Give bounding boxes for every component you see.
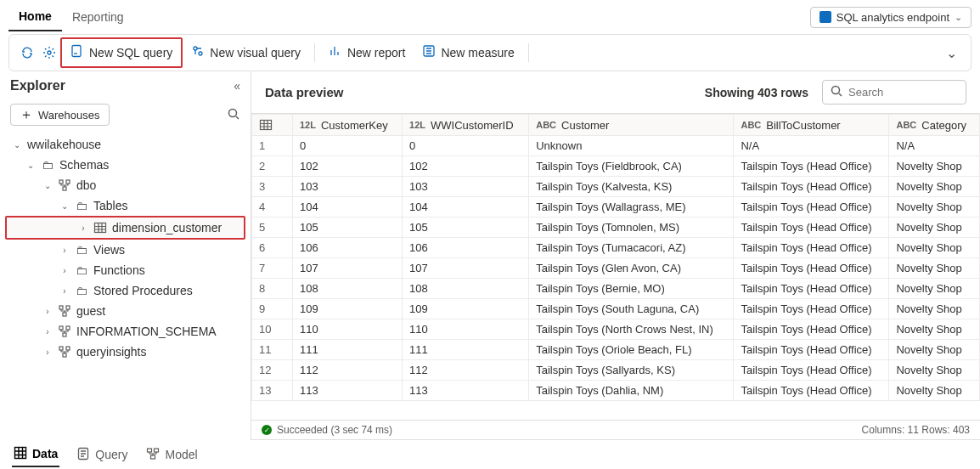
col-header-category[interactable]: ABCCategory <box>889 115 980 136</box>
cell-billtocustomer: N/A <box>734 136 889 156</box>
tree-item-tables[interactable]: ⌄ 🗀 Tables <box>5 195 245 216</box>
chevron-down-icon: ⌄ <box>59 201 70 211</box>
tree-label: Views <box>93 243 125 257</box>
bottom-tab-data[interactable]: Data <box>12 443 59 467</box>
preview-search[interactable] <box>822 80 966 105</box>
svg-rect-24 <box>155 449 159 452</box>
svg-rect-16 <box>59 347 63 350</box>
new-sql-query-button[interactable]: New SQL query <box>60 37 183 68</box>
new-report-label: New report <box>347 46 405 59</box>
add-warehouses-button[interactable]: ＋ Warehouses <box>10 104 110 126</box>
cell-customer: Tailspin Toys (Tumacacori, AZ) <box>529 238 734 258</box>
schema-icon <box>58 178 71 192</box>
folder-icon: 🗀 <box>75 263 88 277</box>
explorer-search-button[interactable] <box>227 107 240 123</box>
tree-label: Functions <box>93 263 145 277</box>
tab-home[interactable]: Home <box>8 3 62 31</box>
cell-wwicustomerid: 103 <box>403 177 529 197</box>
table-row[interactable]: 6106106Tailspin Toys (Tumacacori, AZ)Tai… <box>252 238 980 258</box>
chevron-down-icon: ⌄ <box>42 181 53 190</box>
col-header-customer[interactable]: ABCCustomer <box>529 115 734 136</box>
tree-item-lakehouse[interactable]: ⌄ wwilakehouse <box>5 134 245 155</box>
cell-customer: Unknown <box>529 136 734 156</box>
svg-rect-21 <box>15 447 26 458</box>
table-row[interactable]: 8108108Tailspin Toys (Bernie, MO)Tailspi… <box>252 279 980 299</box>
tree-label: Stored Procedures <box>93 284 193 297</box>
cell-category: Novelty Shop <box>889 177 980 197</box>
row-number: 13 <box>252 381 293 401</box>
table-row[interactable]: 11111111Tailspin Toys (Oriole Beach, FL)… <box>252 340 980 360</box>
table-row[interactable]: 7107107Tailspin Toys (Glen Avon, CA)Tail… <box>252 258 980 279</box>
cell-customer: Tailspin Toys (Sallyards, KS) <box>529 360 734 381</box>
tree-item-information-schema[interactable]: › INFORMATION_SCHEMA <box>5 321 245 342</box>
tree-item-schemas[interactable]: ⌄ 🗀 Schemas <box>5 155 245 175</box>
search-icon <box>830 84 843 100</box>
row-number: 11 <box>252 340 293 360</box>
cell-customerkey: 105 <box>293 218 403 238</box>
tree-item-functions[interactable]: › 🗀 Functions <box>5 260 245 280</box>
new-measure-button[interactable]: New measure <box>414 39 522 66</box>
bottom-tab-model[interactable]: Model <box>144 444 199 466</box>
table-row[interactable]: 5105105Tailspin Toys (Tomnolen, MS)Tails… <box>252 218 980 238</box>
new-sql-query-label: New SQL query <box>89 46 172 59</box>
data-grid[interactable]: 12LCustomerKey 12LWWICustomerID ABCCusto… <box>251 113 980 420</box>
svg-rect-9 <box>95 223 106 233</box>
svg-point-5 <box>229 109 237 116</box>
cell-customer: Tailspin Toys (North Crows Nest, IN) <box>529 319 734 340</box>
tree-item-dimension-customer[interactable]: › dimension_customer <box>5 216 245 240</box>
table-row[interactable]: 10110110Tailspin Toys (North Crows Nest,… <box>252 319 980 340</box>
schema-icon <box>58 325 71 338</box>
cell-category: Novelty Shop <box>889 238 980 258</box>
collapse-explorer-button[interactable]: « <box>234 79 240 93</box>
cell-billtocustomer: Tailspin Toys (Head Office) <box>734 177 889 197</box>
svg-rect-15 <box>63 333 66 336</box>
cell-customerkey: 113 <box>293 381 403 401</box>
cell-wwicustomerid: 108 <box>403 279 529 299</box>
table-row[interactable]: 13113113Tailspin Toys (Dahlia, NM)Tailsp… <box>252 381 980 401</box>
cell-customerkey: 111 <box>293 340 403 360</box>
svg-rect-23 <box>148 449 152 452</box>
settings-button[interactable] <box>38 42 60 64</box>
table-row[interactable]: 4104104Tailspin Toys (Wallagrass, ME)Tai… <box>252 197 980 218</box>
col-header-wwicustomerid[interactable]: 12LWWICustomerID <box>403 115 529 136</box>
preview-search-input[interactable] <box>848 86 959 99</box>
table-row[interactable]: 2102102Tailspin Toys (Fieldbrook, CA)Tai… <box>252 156 980 177</box>
toolbar-overflow-button[interactable]: ⌄ <box>946 45 964 61</box>
chevron-right-icon: › <box>42 348 53 357</box>
svg-rect-17 <box>66 347 70 350</box>
new-report-button[interactable]: New report <box>320 39 414 66</box>
row-number: 2 <box>252 156 293 177</box>
cell-category: Novelty Shop <box>889 279 980 299</box>
cell-billtocustomer: Tailspin Toys (Head Office) <box>734 299 889 319</box>
tree-item-guest[interactable]: › guest <box>5 301 245 321</box>
table-row[interactable]: 100UnknownN/AN/A <box>252 136 980 156</box>
bottom-tab-model-label: Model <box>165 448 197 461</box>
tree-label: queryinsights <box>76 345 147 359</box>
query-icon <box>76 447 90 463</box>
bottom-tab-query[interactable]: Query <box>75 444 129 466</box>
table-row[interactable]: 12112112Tailspin Toys (Sallyards, KS)Tai… <box>252 360 980 381</box>
col-header-billtocustomer[interactable]: ABCBillToCustomer <box>734 115 889 136</box>
col-header-customerkey[interactable]: 12LCustomerKey <box>293 115 403 136</box>
table-icon <box>259 118 273 132</box>
svg-rect-10 <box>59 306 63 309</box>
svg-rect-20 <box>261 121 272 130</box>
new-visual-query-button[interactable]: New visual query <box>183 39 309 66</box>
row-number: 10 <box>252 319 293 340</box>
tree-item-queryinsights[interactable]: › queryinsights <box>5 342 245 362</box>
refresh-button[interactable] <box>16 42 38 64</box>
tree-item-dbo[interactable]: ⌄ dbo <box>5 175 245 195</box>
table-row[interactable]: 3103103Tailspin Toys (Kalvesta, KS)Tails… <box>252 177 980 197</box>
cell-wwicustomerid: 104 <box>403 197 529 218</box>
cell-category: Novelty Shop <box>889 258 980 279</box>
cell-wwicustomerid: 107 <box>403 258 529 279</box>
endpoint-selector[interactable]: SQL analytics endpoint ⌄ <box>810 7 972 28</box>
tab-reporting[interactable]: Reporting <box>62 3 134 31</box>
cell-customer: Tailspin Toys (Wallagrass, ME) <box>529 197 734 218</box>
table-row[interactable]: 9109109Tailspin Toys (South Laguna, CA)T… <box>252 299 980 319</box>
cell-category: Novelty Shop <box>889 156 980 177</box>
tree-item-views[interactable]: › 🗀 Views <box>5 240 245 260</box>
tree-item-stored-procedures[interactable]: › 🗀 Stored Procedures <box>5 280 245 301</box>
cell-billtocustomer: Tailspin Toys (Head Office) <box>734 156 889 177</box>
bottom-tab-query-label: Query <box>95 448 127 461</box>
